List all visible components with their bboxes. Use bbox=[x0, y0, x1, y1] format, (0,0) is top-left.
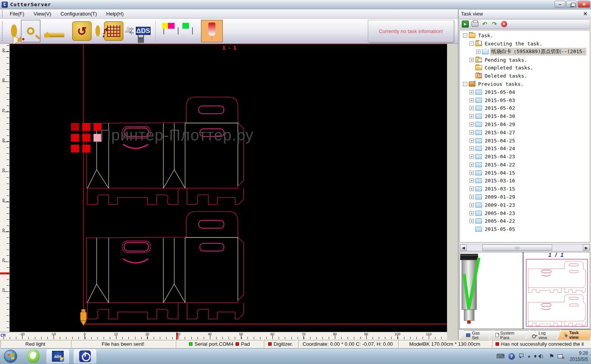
pen2-tool-button[interactable] bbox=[178, 28, 179, 35]
tree-item[interactable]: +Pending tasks. bbox=[460, 56, 590, 64]
tab-log-view[interactable]: Log view bbox=[526, 330, 560, 340]
tree-item-label[interactable]: 2015-03-16 bbox=[484, 177, 516, 184]
tree-item[interactable]: +2015-05-04 bbox=[460, 88, 590, 96]
tree-expander-icon[interactable]: + bbox=[476, 50, 480, 54]
close-button[interactable]: ✕ bbox=[578, 1, 590, 8]
tree-item[interactable]: Completed tasks. bbox=[460, 64, 590, 72]
tree-item[interactable]: -Executing the task. bbox=[460, 40, 590, 48]
tree-item[interactable]: +2015-04-22 bbox=[460, 161, 590, 169]
menu-file[interactable]: File(F) bbox=[5, 10, 29, 18]
tree-item[interactable]: +2015-04-29 bbox=[460, 120, 590, 128]
move-up-icon[interactable]: ↶ bbox=[481, 21, 488, 28]
tree-expander-icon[interactable]: + bbox=[470, 90, 474, 94]
tree-expander-icon[interactable]: + bbox=[470, 187, 474, 191]
tree-item-label[interactable]: Previous tasks. bbox=[477, 81, 525, 87]
tree-item[interactable]: +2015-04-25 bbox=[460, 137, 590, 145]
stop-button[interactable] bbox=[11, 28, 17, 35]
tree-item[interactable]: +2015-04-24 bbox=[460, 144, 590, 153]
tree-item-label[interactable]: 2015-03-15 bbox=[484, 185, 516, 192]
tree-expander-icon[interactable]: + bbox=[470, 114, 474, 118]
help-tray-icon[interactable]: ? bbox=[508, 353, 515, 360]
tree-expander-icon[interactable]: + bbox=[470, 154, 474, 159]
scrollbar-thumb[interactable]: |||| bbox=[482, 244, 552, 251]
tree-expander-icon[interactable]: + bbox=[470, 219, 474, 223]
window-caret-icon[interactable] bbox=[518, 354, 524, 359]
tree-item[interactable]: -Previous tasks. bbox=[460, 80, 590, 88]
cutterserver-taskbar-button[interactable] bbox=[74, 349, 96, 363]
zoom-tool-button[interactable] bbox=[21, 20, 40, 42]
tree-item[interactable]: +2015-04-23 bbox=[460, 153, 590, 161]
tree-item-label[interactable]: Task. bbox=[477, 32, 494, 39]
tree-item-label[interactable]: 2015-04-23 bbox=[484, 153, 516, 160]
tab-task-view[interactable]: Task view bbox=[558, 329, 591, 340]
panel-close-icon[interactable]: ✕ bbox=[582, 11, 589, 17]
drawing-canvas[interactable]: 1 - 1 Принтер-Плоттер.ру bbox=[10, 44, 447, 332]
print-task-icon[interactable] bbox=[471, 21, 478, 28]
tree-expander-icon[interactable]: + bbox=[470, 179, 474, 183]
tree-expander-icon[interactable]: + bbox=[470, 58, 474, 62]
pen3-tool-button[interactable] bbox=[192, 28, 193, 35]
tree-item[interactable]: 2015-05-05 bbox=[460, 225, 590, 233]
tree-expander-icon[interactable]: + bbox=[470, 130, 474, 135]
tree-expander-icon[interactable]: + bbox=[470, 195, 474, 199]
delete-task-icon[interactable]: ✕ bbox=[501, 21, 508, 28]
keyboard-icon[interactable]: ⌨ bbox=[496, 349, 505, 363]
tree-item-label[interactable]: 2015-04-29 bbox=[484, 121, 516, 128]
tree-item[interactable]: +2015-05-02 bbox=[460, 104, 590, 112]
grid-move-button[interactable]: ↱ bbox=[104, 21, 123, 41]
tree-item[interactable]: +2015-05-03 bbox=[460, 96, 590, 104]
tree-expander-icon[interactable]: - bbox=[463, 82, 467, 86]
tree-item[interactable]: +2015-04-15 bbox=[460, 169, 590, 177]
scroll-left-arrow[interactable]: ◀ bbox=[460, 244, 467, 251]
tree-item-label[interactable]: 2015-05-04 bbox=[484, 89, 516, 95]
tree-expander-icon[interactable]: + bbox=[470, 98, 474, 102]
restore-button[interactable] bbox=[566, 1, 577, 8]
show-hidden-icons[interactable]: ▲ bbox=[527, 349, 531, 363]
tree-item-label[interactable]: 2015-04-30 bbox=[484, 113, 516, 120]
power-switch-button[interactable] bbox=[131, 28, 132, 35]
tree-expander-icon[interactable]: + bbox=[470, 106, 474, 110]
tree-item-label[interactable]: Pending tasks. bbox=[484, 57, 529, 63]
tree-item-label[interactable]: 2015-04-22 bbox=[484, 161, 516, 168]
menu-configuration[interactable]: Configuration(T) bbox=[56, 10, 102, 18]
network-disconnected-icon[interactable] bbox=[558, 354, 564, 359]
volume-icon[interactable] bbox=[534, 354, 541, 359]
tree-expander-icon[interactable]: + bbox=[470, 163, 474, 167]
active-pen-button[interactable] bbox=[201, 20, 223, 42]
tree-item[interactable]: +纸袋白卡（595X889)原点切割--(2015- bbox=[460, 48, 590, 56]
tree-item[interactable]: -Task. bbox=[460, 31, 590, 40]
ads-taskbar-button[interactable]: ΔDS bbox=[47, 349, 69, 363]
tree-item[interactable]: +2015-03-16 bbox=[460, 177, 590, 185]
minimize-button[interactable]: – bbox=[555, 1, 565, 8]
rotate-button[interactable]: ↺ bbox=[72, 21, 92, 41]
tree-item-label[interactable]: 2015-04-25 bbox=[484, 137, 516, 144]
tree-item[interactable]: +2015-04-27 bbox=[460, 128, 590, 137]
tree-item-label[interactable]: 纸袋白卡（595X889)原点切割--(2015- bbox=[490, 48, 586, 55]
coreldraw-taskbar-icon[interactable] bbox=[27, 350, 40, 363]
tree-item[interactable]: +2009-01-23 bbox=[460, 201, 590, 209]
tree-item-label[interactable]: 2009-01-23 bbox=[484, 202, 516, 208]
tree-item[interactable]: +2009-01-29 bbox=[460, 193, 590, 201]
tree-item[interactable]: Deleted tasks. bbox=[460, 72, 590, 80]
tree-expander-icon[interactable]: - bbox=[470, 42, 474, 46]
tree-expander-icon[interactable]: + bbox=[470, 203, 474, 207]
tree-expander-icon[interactable]: + bbox=[470, 146, 474, 151]
tree-expander-icon[interactable]: + bbox=[470, 211, 474, 215]
tree-expander-icon[interactable]: - bbox=[463, 33, 467, 38]
tab-system-para[interactable]: System Para bbox=[490, 330, 529, 340]
tree-expander-icon[interactable]: + bbox=[470, 122, 474, 127]
run-task-icon[interactable]: ▶ bbox=[462, 21, 469, 28]
tree-expander-icon[interactable]: + bbox=[470, 139, 474, 143]
tab-gas-set[interactable]: Gas Set bbox=[460, 330, 492, 340]
tree-item-label[interactable]: 2015-04-27 bbox=[484, 129, 516, 136]
pen1-tool-button[interactable] bbox=[163, 28, 164, 35]
menu-view[interactable]: View(V) bbox=[29, 10, 56, 18]
scroll-right-arrow[interactable]: ▶ bbox=[583, 244, 590, 251]
tree-item-label[interactable]: 2009-01-29 bbox=[484, 194, 516, 200]
menu-help[interactable]: Help(H) bbox=[102, 10, 128, 18]
tree-expander-icon[interactable]: + bbox=[470, 171, 474, 175]
tree-item[interactable]: +2005-04-22 bbox=[460, 217, 590, 225]
start-button[interactable] bbox=[4, 350, 17, 363]
tree-item-label[interactable]: 2005-04-23 bbox=[484, 210, 516, 217]
ads-button[interactable]: ΔDS bbox=[136, 21, 151, 41]
